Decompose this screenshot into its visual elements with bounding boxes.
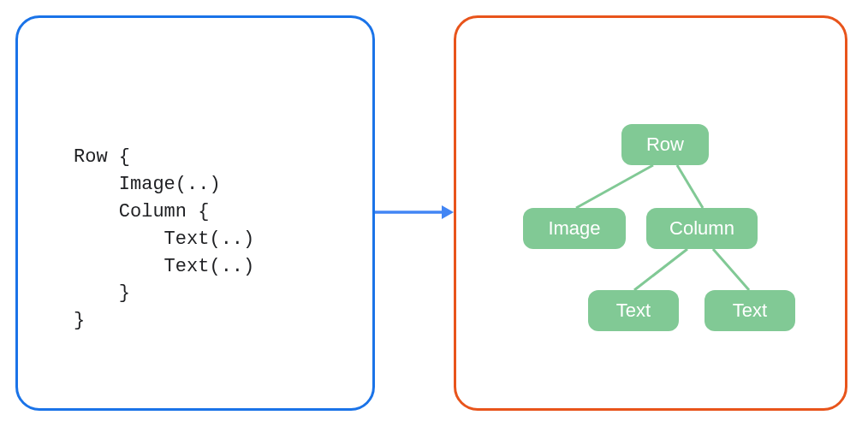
tree-node-image: Image bbox=[523, 208, 626, 249]
code-panel: Row { Image(..) Column { Text(..) Text(.… bbox=[15, 15, 375, 411]
svg-line-2 bbox=[576, 165, 653, 208]
node-label: Text bbox=[733, 300, 767, 322]
tree-panel: Row Image Column Text Text bbox=[454, 15, 847, 411]
node-label: Column bbox=[669, 217, 734, 240]
svg-line-3 bbox=[677, 165, 703, 208]
arrow-icon bbox=[375, 202, 454, 222]
svg-line-4 bbox=[634, 249, 687, 290]
tree-node-row: Row bbox=[621, 124, 709, 165]
tree-diagram: Row Image Column Text Text bbox=[456, 18, 845, 408]
tree-node-text: Text bbox=[705, 290, 795, 331]
code-block: Row { Image(..) Column { Text(..) Text(.… bbox=[74, 144, 254, 335]
svg-marker-1 bbox=[442, 205, 454, 219]
node-label: Row bbox=[646, 133, 684, 156]
svg-line-5 bbox=[713, 249, 749, 290]
node-label: Text bbox=[616, 300, 651, 322]
tree-node-column: Column bbox=[646, 208, 758, 249]
node-label: Image bbox=[548, 217, 600, 240]
tree-node-text: Text bbox=[588, 290, 679, 331]
